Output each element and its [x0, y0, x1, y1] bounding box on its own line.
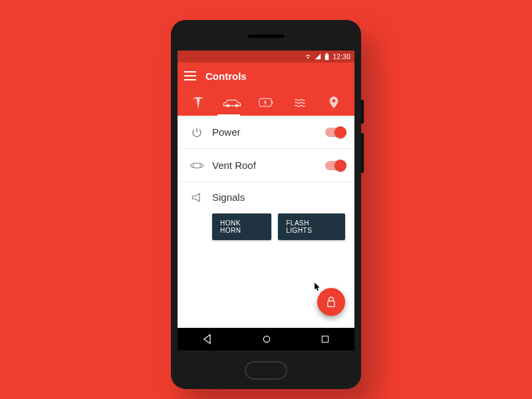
- status-time: 12:30: [332, 53, 350, 61]
- svg-rect-11: [323, 336, 329, 342]
- battery-icon: [325, 53, 329, 61]
- tab-climate[interactable]: [283, 89, 317, 116]
- row-power: Power: [178, 116, 354, 149]
- flash-lights-button[interactable]: FLASH LIGHTS: [278, 213, 345, 240]
- nav-recent-icon[interactable]: [321, 334, 330, 344]
- app-bar: Controls: [178, 63, 354, 89]
- row-signals-label: Signals: [207, 192, 345, 203]
- tab-bar: [178, 89, 354, 116]
- signal-icon: [315, 53, 321, 60]
- mouse-cursor: [315, 283, 323, 292]
- android-nav-bar: [178, 328, 354, 350]
- svg-point-6: [190, 163, 203, 168]
- svg-rect-9: [328, 301, 334, 307]
- toggle-power[interactable]: [325, 128, 345, 137]
- honk-horn-button[interactable]: HONK HORN: [212, 213, 271, 240]
- wifi-icon: [305, 53, 311, 60]
- horn-icon: [187, 193, 207, 202]
- tab-location[interactable]: [317, 89, 350, 116]
- car-icon: [223, 97, 241, 108]
- phone-speaker: [247, 35, 285, 38]
- svg-rect-1: [327, 53, 329, 54]
- phone-power-button: [361, 100, 364, 124]
- hamburger-icon[interactable]: [184, 71, 196, 80]
- svg-rect-5: [272, 101, 273, 104]
- nav-back-icon[interactable]: [202, 334, 213, 344]
- tab-charging[interactable]: [249, 89, 283, 116]
- svg-point-10: [263, 336, 269, 342]
- phone-frame: 12:30 Controls: [171, 20, 361, 389]
- toggle-vent-roof[interactable]: [325, 161, 345, 170]
- svg-rect-0: [325, 54, 329, 60]
- row-signals: Signals HONK HORN FLASH LIGHTS: [178, 182, 354, 249]
- phone-volume-button: [361, 133, 364, 173]
- battery-charge-icon: [259, 98, 273, 107]
- power-icon: [187, 127, 207, 138]
- tab-indicator: [217, 114, 240, 116]
- tab-home[interactable]: [182, 89, 215, 116]
- status-bar: 12:30: [178, 51, 354, 63]
- tab-controls[interactable]: [215, 89, 249, 116]
- tesla-icon: [193, 96, 203, 109]
- nav-home-icon[interactable]: [261, 334, 272, 344]
- content: Power Vent Roof Signals HONK HORN: [178, 116, 354, 249]
- climate-icon: [294, 98, 306, 107]
- lock-fab[interactable]: [317, 288, 345, 316]
- car-top-icon: [187, 162, 207, 170]
- row-power-label: Power: [207, 126, 325, 138]
- page-title: Controls: [205, 70, 247, 82]
- location-pin-icon: [329, 96, 338, 108]
- phone-home-button: [245, 361, 287, 380]
- screen: 12:30 Controls: [178, 51, 354, 350]
- row-vent-roof: Vent Roof: [178, 149, 354, 182]
- row-vent-roof-label: Vent Roof: [207, 160, 325, 171]
- lock-icon: [326, 296, 336, 308]
